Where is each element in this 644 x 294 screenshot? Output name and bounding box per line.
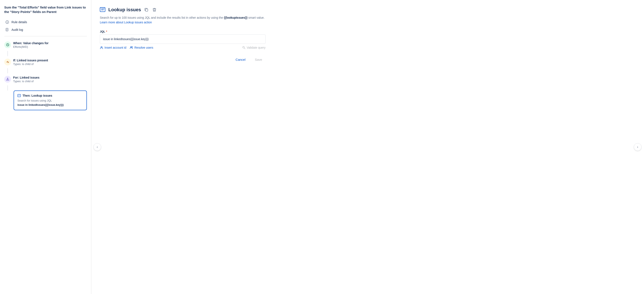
svg-point-22 <box>242 46 244 48</box>
divider <box>4 36 87 36</box>
right-panel: Lookup issues Search for up to 100 issue… <box>91 0 644 294</box>
timeline: When: Value changes for Efforts(M/D) If:… <box>4 39 87 110</box>
trigger-item[interactable]: When: Value changes for Efforts(M/D) <box>4 39 87 51</box>
rule-details-nav[interactable]: Rule details <box>4 18 87 26</box>
svg-point-2 <box>7 21 8 22</box>
for-text: For: Linked issues Types: is child of <box>13 76 40 83</box>
jql-input[interactable] <box>100 34 266 44</box>
validate-query-button[interactable]: Validate query <box>242 46 266 49</box>
insert-account-id-button[interactable]: Insert account id <box>100 46 126 49</box>
for-label: For: Linked issues <box>13 76 40 79</box>
panel-description: Search for up to 100 issues using JQL an… <box>100 15 266 25</box>
svg-point-11 <box>8 80 8 80</box>
nav-arrow-left[interactable]: ‹ <box>94 143 101 151</box>
condition-item[interactable]: If: Linked issues present Types: is chil… <box>4 56 87 68</box>
search-icon <box>242 46 246 49</box>
trigger-label: When: Value changes for <box>13 42 48 45</box>
svg-point-20 <box>130 46 132 47</box>
connector-3 <box>8 86 8 90</box>
trigger-text: When: Value changes for Efforts(M/D) <box>13 42 48 48</box>
svg-rect-1 <box>7 22 8 23</box>
copy-button[interactable] <box>144 7 149 12</box>
jql-field-label: JQL * <box>100 30 636 33</box>
users-icon <box>130 46 133 49</box>
condition-sub: Types: is child of <box>13 62 48 66</box>
account-icon <box>100 46 103 49</box>
selected-card-header: Then: Lookup issues <box>18 94 83 97</box>
for-icon <box>4 76 11 83</box>
file-text-icon <box>5 28 9 32</box>
insert-account-id-label: Insert account id <box>104 46 126 49</box>
audit-log-nav[interactable]: Audit log <box>4 26 87 34</box>
condition-icon <box>4 59 11 66</box>
left-panel: Sum the "Total Efforts" field value from… <box>0 0 91 294</box>
svg-line-23 <box>244 48 245 49</box>
cancel-button[interactable]: Cancel <box>232 56 249 63</box>
panel-title: Lookup issues <box>108 7 141 12</box>
connector-1 <box>8 51 8 56</box>
form-actions: Cancel Save <box>100 56 266 63</box>
trigger-icon <box>4 42 11 48</box>
resolve-users-button[interactable]: Resolve users <box>130 46 153 49</box>
selected-card-label: Then: Lookup issues <box>22 94 52 97</box>
audit-log-label: Audit log <box>12 28 23 32</box>
svg-point-8 <box>7 78 8 79</box>
learn-more-link[interactable]: Learn more about Lookup issues action <box>100 20 152 24</box>
trash-icon <box>152 8 156 12</box>
svg-rect-15 <box>18 94 20 97</box>
panel-header: Lookup issues <box>100 7 636 13</box>
description-plain: Search for up to 100 issues using JQL an… <box>100 16 224 19</box>
card-body-prefix: Search for issues using JQL <box>18 99 52 102</box>
condition-label: If: Linked issues present <box>13 59 48 62</box>
rule-title: Sum the "Total Efforts" field value from… <box>4 5 87 14</box>
validate-query-label: Validate query <box>247 46 266 49</box>
nav-arrow-right[interactable]: › <box>634 143 642 151</box>
smart-value: {{lookupIssues}} <box>224 16 248 19</box>
trigger-sub: Efforts(M/D) <box>13 45 48 48</box>
save-button[interactable]: Save <box>252 56 266 63</box>
copy-icon <box>144 8 148 12</box>
circle-info-icon <box>5 20 9 24</box>
selected-card-body: Search for issues using JQL issue in lin… <box>18 98 83 107</box>
svg-rect-18 <box>146 9 148 11</box>
required-star: * <box>106 30 107 33</box>
delete-button[interactable] <box>152 7 157 12</box>
for-sub: Types: is child of <box>13 80 40 83</box>
svg-point-21 <box>132 46 133 47</box>
svg-point-19 <box>101 46 102 48</box>
for-item[interactable]: For: Linked issues Types: is child of <box>4 73 87 86</box>
card-body-bold: issue in linkedIssues({{issue.key}}) <box>18 103 64 106</box>
svg-rect-17 <box>100 8 105 8</box>
jql-actions: Insert account id Resolve users Validate… <box>100 46 266 49</box>
rule-details-label: Rule details <box>12 20 27 24</box>
selected-lookup-card[interactable]: Then: Lookup issues Search for issues us… <box>14 90 87 110</box>
condition-text: If: Linked issues present Types: is chil… <box>13 59 48 66</box>
resolve-users-label: Resolve users <box>134 46 153 49</box>
connector-2 <box>8 68 8 73</box>
description-suffix: smart value. <box>248 16 264 19</box>
lookup-issues-icon <box>100 7 106 13</box>
